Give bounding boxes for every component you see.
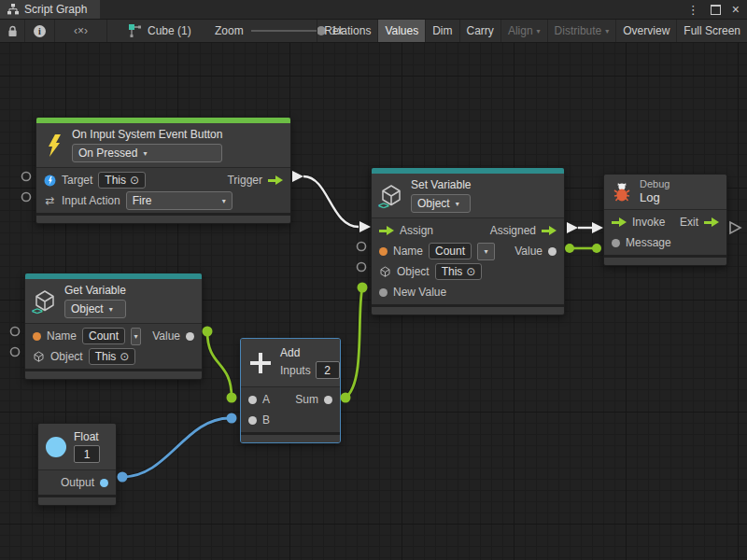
- overview-label: Overview: [623, 24, 669, 37]
- chevron-down-icon: ▾: [537, 27, 541, 35]
- carry-button[interactable]: Carry: [459, 20, 500, 42]
- name-input-port[interactable]: [379, 247, 388, 256]
- port-row-invoke: Invoke Exit: [604, 212, 726, 232]
- port-label-assigned: Assigned: [490, 224, 536, 237]
- name-value-chip[interactable]: Count: [429, 243, 472, 259]
- distribute-button[interactable]: Distribute▾: [547, 20, 616, 42]
- node-title: Add: [280, 346, 340, 359]
- node-footer: [241, 432, 340, 442]
- port-row-name: Name Count ▾ Value: [372, 241, 564, 261]
- node-header[interactable]: Float 1: [38, 424, 116, 470]
- output-port[interactable]: [100, 479, 108, 487]
- values-button[interactable]: Values: [377, 20, 425, 42]
- value-output-port[interactable]: [548, 247, 557, 256]
- node-footer: [604, 255, 726, 265]
- inputs-count-field[interactable]: 2: [316, 361, 340, 379]
- variable-cube-icon: <>: [379, 184, 403, 208]
- code-view-button[interactable]: ‹×›: [55, 20, 107, 42]
- variable-kind-dropdown[interactable]: Object ▾: [64, 300, 126, 318]
- window-menu-icon[interactable]: ⋮: [687, 4, 699, 16]
- relations-button[interactable]: Relations: [317, 20, 377, 42]
- target-self-chip[interactable]: This ⊙: [98, 172, 146, 189]
- maximize-icon[interactable]: [711, 5, 721, 15]
- variable-cube-icon: <>: [33, 289, 57, 314]
- invoke-input-port-icon[interactable]: [612, 217, 627, 227]
- variable-code-icon: <>: [32, 305, 42, 316]
- node-on-input-system-event-button[interactable]: On Input System Event Button On Pressed …: [35, 117, 291, 224]
- node-debug-log[interactable]: Debug Log Invoke Exit Message: [603, 174, 727, 266]
- exit-output-port-icon[interactable]: [704, 217, 719, 227]
- name-dropdown-button[interactable]: ▾: [477, 243, 495, 260]
- dim-button[interactable]: Dim: [425, 20, 458, 42]
- breadcrumb[interactable]: Cube (1): [129, 20, 191, 42]
- assigned-output-port-icon[interactable]: [542, 226, 557, 235]
- node-float[interactable]: Float 1 Output: [37, 423, 117, 506]
- zoom-slider[interactable]: [251, 30, 324, 32]
- chip-value: Count: [89, 329, 119, 343]
- port-row-a: A Sum: [241, 389, 340, 410]
- zoom-label: Zoom: [215, 24, 244, 37]
- lock-button[interactable]: [0, 20, 25, 42]
- input-action-dropdown[interactable]: Fire ▾: [126, 191, 233, 210]
- node-header[interactable]: Debug Log: [604, 175, 726, 210]
- object-self-chip[interactable]: This ⊙: [435, 263, 483, 280]
- node-header[interactable]: <> Set Variable Object ▾: [372, 174, 564, 218]
- info-icon: i: [34, 25, 46, 37]
- sum-output-port[interactable]: [324, 396, 332, 404]
- event-mode-dropdown[interactable]: On Pressed ▾: [72, 144, 222, 162]
- node-get-variable[interactable]: <> Get Variable Object ▾ Name Count ▾ Va…: [24, 273, 203, 380]
- plus-icon: [248, 351, 273, 375]
- tab-script-graph[interactable]: Script Graph: [0, 0, 100, 19]
- close-icon[interactable]: ×: [732, 3, 740, 16]
- object-self-chip[interactable]: This ⊙: [89, 348, 136, 365]
- trigger-output-port-icon[interactable]: [268, 175, 283, 185]
- values-label: Values: [385, 24, 418, 37]
- port-row-message: Message: [604, 232, 726, 253]
- chip-value: Count: [435, 245, 465, 258]
- assign-input-port-icon[interactable]: [379, 226, 394, 235]
- node-title: Float: [74, 430, 100, 443]
- inputs-label: Inputs: [280, 364, 311, 377]
- port-label-target: Target: [62, 174, 92, 187]
- port-row-input-action: ⇄ Input Action Fire ▾: [36, 190, 290, 211]
- dropdown-value: Object: [71, 302, 104, 315]
- value-output-port[interactable]: [186, 332, 194, 341]
- graph-toolbar: i ‹×› Cube (1) Zoom 1x Relations Values …: [0, 20, 747, 43]
- a-input-port[interactable]: [248, 396, 257, 404]
- dropdown-value: Fire: [133, 194, 152, 207]
- node-header[interactable]: On Input System Event Button On Pressed …: [36, 123, 290, 168]
- port-label-name: Name: [47, 329, 77, 343]
- input-action-icon: ⇄: [44, 194, 56, 207]
- info-button[interactable]: i: [25, 20, 55, 42]
- port-label-sum: Sum: [295, 393, 318, 406]
- dropdown-arrow-icon: ▾: [222, 197, 226, 205]
- graph-canvas[interactable]: On Input System Event Button On Pressed …: [0, 43, 747, 560]
- carry-label: Carry: [467, 24, 494, 37]
- float-value-field[interactable]: 1: [74, 445, 100, 463]
- name-dropdown-button[interactable]: ▾: [131, 328, 141, 345]
- dropdown-arrow-icon: ▾: [456, 200, 459, 208]
- node-add[interactable]: Add Inputs 2 A Sum B: [240, 338, 341, 443]
- fullscreen-button[interactable]: Full Screen: [676, 20, 747, 42]
- port-row-name: Name Count ▾ Value: [25, 326, 202, 346]
- node-category: Debug: [640, 179, 669, 189]
- port-label-input-action: Input Action: [62, 194, 120, 207]
- dropdown-arrow-icon: ▾: [485, 247, 488, 256]
- node-set-variable[interactable]: <> Set Variable Object ▾ Assign Assigned…: [371, 167, 565, 315]
- breadcrumb-label: Cube (1): [148, 24, 191, 37]
- name-input-port[interactable]: [33, 332, 41, 341]
- overview-button[interactable]: Overview: [615, 20, 676, 42]
- align-button[interactable]: Align▾: [500, 20, 547, 42]
- name-value-chip[interactable]: Count: [82, 328, 125, 344]
- variable-kind-dropdown[interactable]: Object ▾: [411, 194, 471, 213]
- relations-label: Relations: [324, 24, 371, 37]
- node-header[interactable]: <> Get Variable Object ▾: [25, 279, 202, 324]
- message-input-port[interactable]: [612, 239, 620, 247]
- port-label-exit: Exit: [680, 216, 698, 229]
- new-value-input-port[interactable]: [379, 288, 388, 297]
- distribute-label: Distribute: [555, 24, 602, 37]
- b-input-port[interactable]: [248, 416, 257, 425]
- dropdown-value: Object: [417, 197, 450, 210]
- port-label-value: Value: [514, 245, 543, 258]
- node-header[interactable]: Add Inputs 2: [241, 339, 340, 387]
